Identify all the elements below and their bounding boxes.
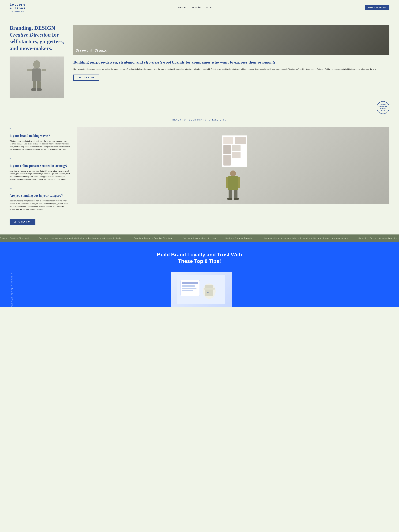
person-svg [22, 60, 51, 95]
hero-headline: Branding, DESIGN + Creative Direction fo… [10, 25, 67, 52]
hero-right: Street & Studio Building purpose-driven,… [73, 25, 389, 81]
svg-rect-28 [182, 290, 193, 291]
ticker-inner: Design + Creative Direction | I've made … [0, 237, 399, 239]
feature-item-1: 01 Is your brand making waves? Whether y… [10, 127, 70, 151]
ready-text: READY FOR YOUR BRAND TO TAKE OFF? [10, 119, 389, 121]
hero-subtitle: Building purpose-driven, strategic, and … [73, 59, 389, 65]
freebie-vertical-text: FREEBIE FREEBIE FREEBIE [10, 269, 13, 307]
ticker-item-4: I've made it my business to bring [183, 237, 216, 239]
svg-rect-20 [234, 190, 237, 198]
svg-rect-9 [223, 137, 233, 144]
hero-top-image-text: Street & Studio [76, 49, 107, 53]
nav-item-about[interactable]: About [206, 6, 212, 9]
svg-point-0 [33, 60, 40, 69]
logo-text: Letters & lines [10, 3, 25, 11]
freebie-image: scu [171, 272, 232, 307]
feature-num-1: 01 [10, 127, 70, 129]
moodboard-svg [209, 129, 257, 203]
work-with-me-button[interactable]: WORK WITH ME [365, 5, 389, 10]
freebie-section: Build Brand Loyalty and Trust With These… [0, 242, 399, 307]
hero-body-text: Have you noticed how many brands are loo… [73, 68, 389, 71]
ticker-item-3b: | Branding, Design + Creative Direction … [358, 237, 399, 239]
feature-title-3: Are you standing out in your category? [10, 193, 70, 198]
svg-rect-14 [223, 155, 231, 165]
svg-rect-22 [234, 198, 239, 200]
ticker-item-2: I've made it my business to bring indivi… [39, 237, 123, 239]
ticker-item-3: | Branding, Design + Creative Direction … [133, 237, 173, 239]
svg-rect-10 [234, 137, 246, 144]
freebie-bottom: FREEBIE FREEBIE FREEBIE scu [10, 269, 389, 307]
svg-rect-25 [182, 282, 198, 284]
feature-item-2: 02 Is your online presence rooted in str… [10, 157, 70, 181]
ticker-item-2b: I've made it my business to bring indivi… [264, 237, 348, 239]
hero-left: Branding, DESIGN + Creative Direction fo… [10, 25, 67, 98]
iconic-branding-badge: ICONIC BRANDING STARTS HERE [377, 101, 389, 114]
hero-top-image: Street & Studio [73, 25, 389, 55]
feature-desc-2: As a visionary paving a new road [one th… [10, 170, 70, 181]
svg-rect-5 [37, 81, 41, 89]
feature-desc-1: Whether you are just starting out or alr… [10, 140, 70, 151]
ready-section: READY FOR YOUR BRAND TO TAKE OFF? [0, 114, 399, 123]
feature-desc-3: It's overwhelming trying to decide how t… [10, 200, 70, 211]
feature-item-3: 03 Are you standing out in your category… [10, 187, 70, 211]
svg-rect-17 [226, 177, 228, 188]
hero-person-image [10, 57, 64, 98]
svg-rect-19 [228, 190, 232, 198]
features-left: 01 Is your brand making waves? Whether y… [10, 127, 70, 225]
svg-rect-2 [27, 69, 32, 71]
person-silhouette [10, 57, 64, 98]
feature-divider-3 [10, 191, 70, 191]
nav-item-services[interactable]: Services [178, 6, 187, 9]
svg-rect-26 [182, 285, 195, 287]
moodboard-image [77, 127, 389, 204]
svg-rect-11 [223, 145, 231, 154]
feature-num-2: 02 [10, 157, 70, 159]
svg-rect-4 [33, 81, 36, 89]
navigation: Letters & lines CREATIVE CO Services Por… [0, 0, 399, 15]
svg-point-15 [230, 171, 236, 177]
ticker-item-1b: Design + Creative Direction | [226, 237, 254, 239]
svg-rect-18 [238, 177, 240, 188]
lets-team-up-button[interactable]: LET'S TEAM UP [10, 219, 35, 225]
logo-sub: CREATIVE CO [11, 11, 24, 12]
svg-rect-12 [232, 145, 241, 151]
svg-text:scu: scu [207, 291, 209, 293]
feature-num-3: 03 [10, 187, 70, 189]
iconic-badge-wrap: ICONIC BRANDING STARTS HERE [0, 101, 399, 114]
svg-rect-6 [31, 89, 36, 91]
feature-divider-1 [10, 131, 70, 131]
freebie-svg: scu [177, 275, 225, 304]
features-section: 01 Is your brand making waves? Whether y… [0, 123, 399, 234]
freebie-title: Build Brand Loyalty and Trust With These… [10, 251, 389, 265]
svg-rect-7 [37, 89, 42, 91]
svg-rect-30 [205, 285, 213, 296]
hero-section: Branding, DESIGN + Creative Direction fo… [0, 15, 399, 104]
svg-rect-3 [42, 69, 46, 71]
moodboard-img-inner [77, 127, 389, 204]
feature-title-1: Is your brand making waves? [10, 133, 70, 138]
svg-rect-31 [204, 288, 215, 290]
nav-item-portfolio[interactable]: Portfolio [192, 6, 200, 9]
tell-me-more-button[interactable]: TELL ME MORE! [73, 75, 99, 81]
svg-rect-13 [232, 152, 241, 158]
features-right [77, 127, 389, 204]
svg-rect-21 [228, 198, 232, 200]
logo[interactable]: Letters & lines CREATIVE CO [10, 3, 25, 12]
svg-rect-1 [32, 69, 41, 81]
feature-title-2: Is your online presence rooted in strate… [10, 164, 70, 168]
nav-links: Services Portfolio About [178, 6, 212, 9]
svg-rect-27 [182, 288, 196, 289]
svg-rect-16 [228, 176, 238, 190]
ticker-item-1: Design + Creative Direction | [0, 237, 29, 239]
ticker-bar: Design + Creative Direction | I've made … [0, 234, 399, 242]
feature-divider-2 [10, 161, 70, 161]
